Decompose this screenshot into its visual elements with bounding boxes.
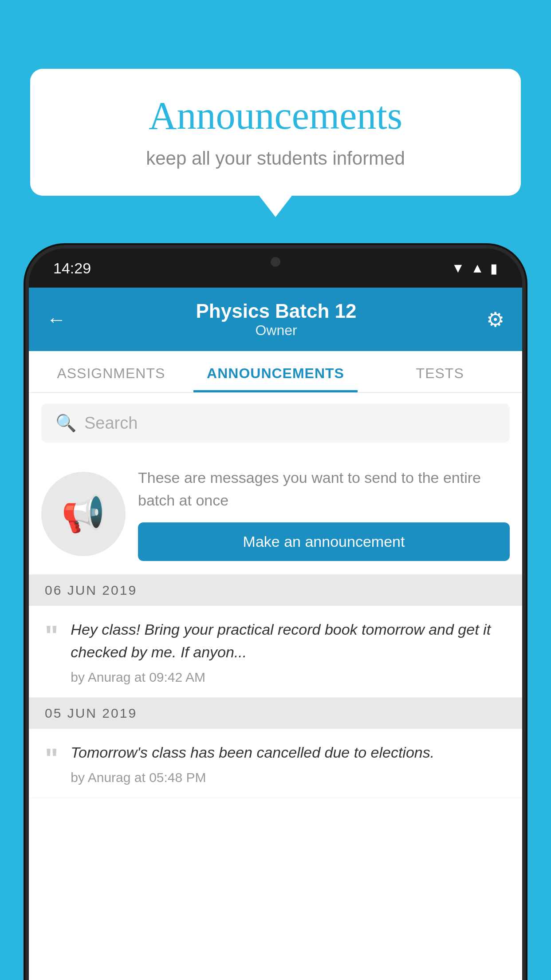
phone-mockup: 14:29 ▼ ▲ ▮ ← Physics Batch 12 Owner ⚙ A… (29, 249, 522, 980)
tab-announcements[interactable]: ANNOUNCEMENTS (193, 351, 358, 392)
search-bar-wrapper: 🔍 Search (29, 393, 522, 453)
quote-icon-2: " (45, 745, 58, 773)
announcement-body-1: Hey class! Bring your practical record b… (71, 618, 506, 685)
app-header: ← Physics Batch 12 Owner ⚙ (29, 288, 522, 351)
tab-assignments[interactable]: ASSIGNMENTS (29, 351, 193, 392)
date-label-1: 06 JUN 2019 (45, 583, 137, 597)
announcement-text-2: Tomorrow's class has been cancelled due … (71, 741, 506, 764)
promo-section: 📢 These are messages you want to send to… (29, 453, 522, 575)
tabs-bar: ASSIGNMENTS ANNOUNCEMENTS TESTS (29, 351, 522, 393)
battery-icon: ▮ (490, 261, 498, 276)
announcement-item-1[interactable]: " Hey class! Bring your practical record… (29, 606, 522, 698)
search-icon: 🔍 (55, 413, 76, 433)
back-button[interactable]: ← (47, 308, 66, 331)
announcement-icon-circle: 📢 (41, 472, 126, 556)
make-announcement-button[interactable]: Make an announcement (138, 522, 510, 561)
promo-description: These are messages you want to send to t… (138, 466, 510, 512)
tab-tests[interactable]: TESTS (358, 351, 522, 392)
bubble-subtitle: keep all your students informed (66, 148, 485, 169)
status-time: 14:29 (53, 260, 91, 277)
announcement-text-1: Hey class! Bring your practical record b… (71, 618, 506, 664)
phone-content: 🔍 Search 📢 These are messages you want t… (29, 393, 522, 980)
search-input-wrap[interactable]: 🔍 Search (41, 403, 510, 443)
date-divider-2: 05 JUN 2019 (29, 698, 522, 729)
wifi-icon: ▼ (452, 261, 465, 276)
announcement-item-2[interactable]: " Tomorrow's class has been cancelled du… (29, 729, 522, 798)
settings-icon[interactable]: ⚙ (486, 308, 504, 332)
date-divider-1: 06 JUN 2019 (29, 575, 522, 606)
header-center: Physics Batch 12 Owner (196, 300, 357, 339)
megaphone-icon: 📢 (61, 493, 106, 535)
signal-icon: ▲ (471, 261, 484, 276)
status-bar: 14:29 ▼ ▲ ▮ (29, 249, 522, 288)
camera (271, 257, 280, 267)
bubble-title: Announcements (66, 93, 485, 138)
phone-wrapper: 14:29 ▼ ▲ ▮ ← Physics Batch 12 Owner ⚙ A… (29, 249, 522, 980)
announcement-body-2: Tomorrow's class has been cancelled due … (71, 741, 506, 785)
promo-content: These are messages you want to send to t… (138, 466, 510, 561)
date-label-2: 05 JUN 2019 (45, 706, 137, 720)
speech-bubble-wrapper: Announcements keep all your students inf… (30, 69, 521, 196)
search-placeholder: Search (84, 414, 138, 433)
announcement-meta-2: by Anurag at 05:48 PM (71, 770, 506, 785)
header-title: Physics Batch 12 (196, 300, 357, 322)
header-subtitle: Owner (196, 322, 357, 339)
speech-bubble: Announcements keep all your students inf… (30, 69, 521, 196)
notch (236, 249, 315, 275)
status-icons: ▼ ▲ ▮ (452, 261, 498, 276)
announcement-meta-1: by Anurag at 09:42 AM (71, 670, 506, 685)
quote-icon-1: " (45, 622, 58, 650)
